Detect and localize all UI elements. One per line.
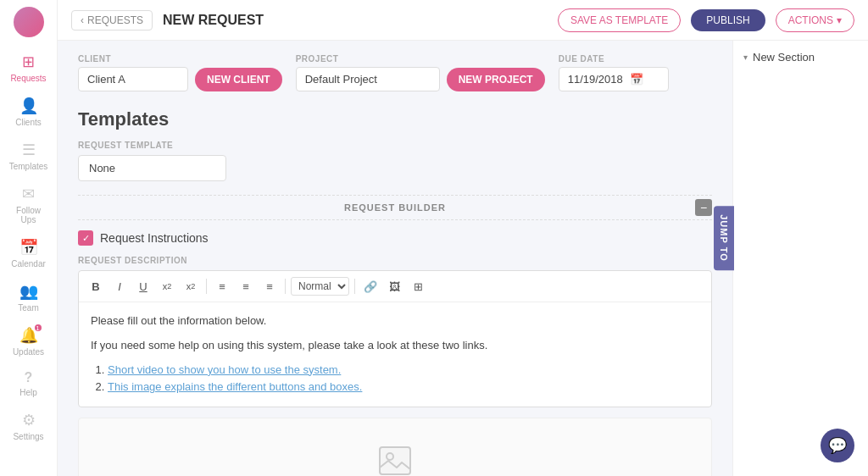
help-icon: ? (25, 370, 33, 385)
sidebar-item-requests[interactable]: ⊞ Requests (3, 47, 54, 88)
due-date-input[interactable]: 11/19/2018 📅 (559, 67, 669, 91)
updates-badge: 1 (35, 324, 42, 331)
request-builder-bar: REQUEST BUILDER − (78, 195, 712, 220)
calendar-icon: 📅 (19, 238, 38, 257)
actions-label: ACTIONS (788, 14, 833, 26)
back-button[interactable]: ‹ REQUESTS (71, 10, 153, 30)
superscript-button[interactable]: x2 (181, 276, 201, 296)
format-select[interactable]: Normal (291, 277, 349, 296)
sidebar-item-templates[interactable]: ☰ Templates (3, 136, 54, 176)
sidebar-item-settings[interactable]: ⚙ Settings (3, 406, 54, 446)
upload-image-icon (378, 446, 412, 476)
chat-button[interactable]: 💬 (821, 429, 854, 462)
right-panel: ▾ New Section (732, 41, 868, 476)
unordered-list-button[interactable]: ≡ (236, 276, 256, 296)
editor-link-2[interactable]: This image explains the different button… (108, 380, 362, 393)
align-button[interactable]: ≡ (259, 276, 280, 296)
templates-icon: ☰ (22, 141, 36, 159)
new-client-button[interactable]: NEW CLIENT (195, 68, 282, 91)
save-as-template-button[interactable]: SAVE AS TEMPLATE (558, 8, 681, 32)
back-chevron-icon: ‹ (81, 14, 84, 26)
actions-chevron-icon: ▾ (837, 14, 842, 26)
template-select-wrap: None (78, 155, 226, 181)
ordered-list-button[interactable]: ≡ (212, 276, 232, 296)
sidebar-item-clients[interactable]: 👤 Clients (3, 91, 54, 132)
link-button[interactable]: 🔗 (360, 276, 381, 296)
back-label: REQUESTS (87, 14, 143, 26)
calendar-picker-icon: 📅 (630, 73, 643, 86)
sidebar-item-label: Updates (13, 347, 44, 357)
request-instructions-text: Request Instructions (100, 231, 209, 245)
toolbar-divider-3 (354, 279, 355, 294)
due-date-value: 11/19/2018 (568, 73, 623, 86)
requests-icon: ⊞ (22, 53, 35, 71)
request-instructions-row: ✓ Request Instructions (78, 230, 712, 246)
project-select-wrap: Default Project NEW PROJECT (296, 67, 545, 91)
editor-container: B I U x2 x2 ≡ ≡ ≡ Normal 🔗 🖼 ⊞ (78, 270, 712, 407)
request-template-label: REQUEST TEMPLATE (78, 141, 712, 150)
editor-line-2: If you need some help on using this syst… (91, 337, 699, 355)
project-field-group: PROJECT Default Project NEW PROJECT (296, 54, 545, 91)
editor-body[interactable]: Please fill out the information below. I… (79, 302, 711, 407)
client-field-group: CLIENT Client A NEW CLIENT (78, 54, 282, 91)
new-section-label: New Section (753, 51, 815, 64)
image-button[interactable]: 🖼 (384, 276, 404, 296)
settings-icon: ⚙ (22, 411, 36, 429)
sidebar-item-label: Settings (13, 432, 43, 441)
request-builder-collapse-button[interactable]: − (695, 199, 712, 216)
editor-toolbar: B I U x2 x2 ≡ ≡ ≡ Normal 🔗 🖼 ⊞ (79, 271, 711, 302)
topbar: ‹ REQUESTS NEW REQUEST SAVE AS TEMPLATE … (58, 0, 868, 41)
sidebar-item-label: Templates (9, 162, 48, 171)
upload-area: Drag image here or UPLOAD (78, 418, 712, 476)
followups-icon: ✉ (22, 185, 35, 203)
sidebar-item-updates[interactable]: 🔔 1 Updates (3, 321, 54, 362)
italic-button[interactable]: I (109, 276, 130, 296)
client-select[interactable]: Client A (78, 67, 188, 91)
clients-icon: 👤 (19, 97, 38, 115)
sidebar-item-label: Clients (15, 118, 42, 127)
templates-heading: Templates (78, 108, 712, 130)
request-builder-label: REQUEST BUILDER (344, 202, 446, 213)
chevron-down-icon: ▾ (743, 53, 748, 62)
new-section-header[interactable]: ▾ New Section (743, 51, 858, 64)
client-select-wrap: Client A NEW CLIENT (78, 67, 282, 91)
updates-icon: 🔔 1 (19, 326, 38, 345)
page-title: NEW REQUEST (163, 13, 548, 28)
underline-button[interactable]: U (133, 276, 153, 296)
editor-link-1[interactable]: Short video to show you how to use the s… (108, 363, 341, 376)
actions-button[interactable]: ACTIONS ▾ (776, 8, 854, 32)
template-select[interactable]: None (78, 155, 226, 181)
project-select[interactable]: Default Project (296, 67, 440, 91)
sidebar-item-label: Help (19, 388, 37, 397)
toolbar-divider-2 (285, 279, 286, 294)
sidebar-item-calendar[interactable]: 📅 Calendar (3, 233, 54, 274)
editor-links-list: Short video to show you how to use the s… (108, 362, 699, 397)
description-label: REQUEST DESCRIPTION (78, 256, 712, 265)
sidebar-item-label: Requests (10, 74, 46, 83)
svg-rect-0 (380, 447, 410, 474)
avatar[interactable] (14, 7, 44, 37)
sidebar: ⊞ Requests 👤 Clients ☰ Templates ✉ Follo… (0, 0, 58, 476)
request-instructions-checkbox[interactable]: ✓ (78, 230, 93, 246)
main-content: ‹ REQUESTS NEW REQUEST SAVE AS TEMPLATE … (58, 0, 868, 476)
new-project-button[interactable]: NEW PROJECT (447, 68, 545, 91)
project-label: PROJECT (296, 54, 545, 64)
due-date-field-group: DUE DATE 11/19/2018 📅 (559, 54, 669, 91)
chat-icon: 💬 (828, 436, 847, 455)
sidebar-item-label: Calendar (11, 259, 46, 268)
editor-line-1: Please fill out the information below. (91, 313, 699, 330)
jump-to-button[interactable]: JUMP TO (714, 206, 734, 270)
subscript-button[interactable]: x2 (157, 276, 177, 296)
team-icon: 👥 (19, 282, 38, 301)
form-section: CLIENT Client A NEW CLIENT PROJECT Defau… (58, 41, 732, 476)
sidebar-item-followups[interactable]: ✉ Follow Ups (3, 180, 54, 230)
due-date-label: DUE DATE (559, 54, 669, 64)
sidebar-item-label: Follow Ups (10, 206, 47, 224)
sidebar-item-label: Team (18, 303, 38, 313)
sidebar-item-team[interactable]: 👥 Team (3, 277, 54, 318)
sidebar-item-help[interactable]: ? Help (3, 365, 54, 402)
bold-button[interactable]: B (86, 276, 106, 296)
toolbar-divider-1 (206, 279, 207, 294)
publish-button[interactable]: PUBLISH (691, 9, 765, 31)
table-button[interactable]: ⊞ (408, 276, 428, 296)
